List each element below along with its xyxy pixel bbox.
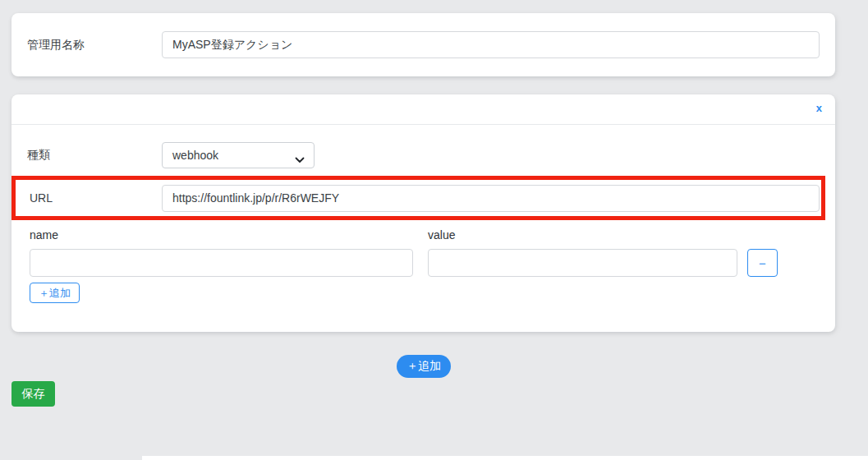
action-card: x 種類 webhook URL name value − ＋追加 [11, 94, 835, 332]
url-row: URL [11, 181, 835, 215]
save-button[interactable]: 保存 [11, 381, 55, 407]
chevron-down-icon [295, 153, 305, 166]
add-action-button[interactable]: ＋追加 [397, 355, 451, 378]
url-input[interactable] [162, 185, 820, 212]
action-card-header: x [11, 94, 835, 125]
add-param-button[interactable]: ＋追加 [30, 283, 80, 303]
admin-name-input[interactable] [162, 31, 820, 58]
close-icon[interactable]: x [816, 103, 822, 113]
type-select-value: webhook [172, 149, 218, 162]
type-row: 種類 webhook [11, 142, 835, 168]
param-value-label: value [428, 228, 455, 242]
next-card-edge [142, 456, 868, 460]
remove-param-button[interactable]: − [747, 249, 778, 277]
admin-name-card: 管理用名称 [11, 13, 835, 76]
param-name-label: name [30, 228, 58, 242]
param-value-input[interactable] [428, 249, 737, 277]
type-select[interactable]: webhook [162, 142, 315, 168]
param-name-input[interactable] [30, 249, 413, 277]
type-label: 種類 [27, 148, 162, 163]
admin-name-label: 管理用名称 [27, 38, 162, 53]
url-label: URL [30, 191, 162, 205]
minus-icon: − [759, 256, 766, 270]
